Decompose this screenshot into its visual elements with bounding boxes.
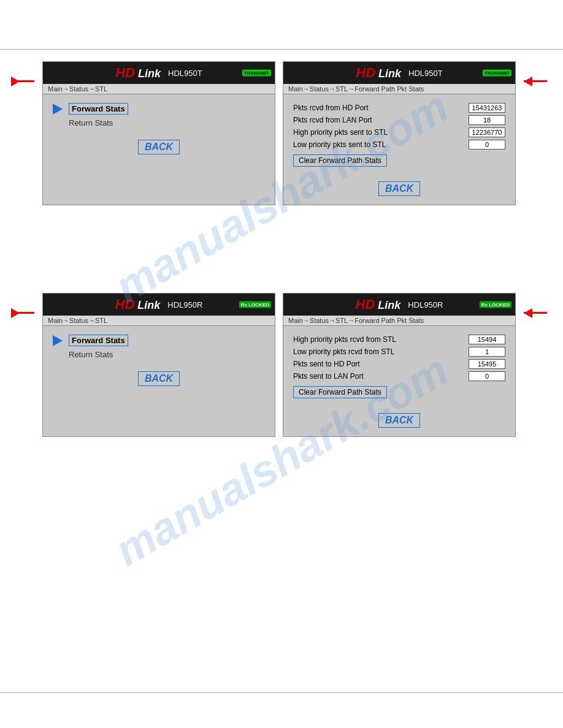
model-label-r: HDL950T <box>408 69 443 78</box>
stats-label-r2-2: Pkts sent to HD Port <box>293 360 360 368</box>
menu-arrow-icon-2 <box>53 335 63 346</box>
model-label: HDL950T <box>168 69 202 78</box>
stats-row-r2-2: Pkts sent to HD Port 15495 <box>293 359 505 369</box>
back-button-r2[interactable]: BACK <box>378 413 420 428</box>
hd-logo-r2: HD Link <box>356 297 401 313</box>
return-stats-label-2: Return Stats <box>69 350 113 359</box>
row2-right-header: HD Link HDL950R Rx LOCKED <box>283 294 515 316</box>
stats-label-3: Low priority pkts sent to STL <box>293 140 386 149</box>
stats-row-3: Low priority pkts sent to STL 0 <box>293 140 505 150</box>
hd-logo: HD Link <box>115 65 161 81</box>
rx-locked-badge-r: Rx LOCKED <box>480 301 511 308</box>
stats-row-2: High priority pkts sent to STL 12236770 <box>293 127 505 137</box>
clear-btn-container: Clear Forward Path Stats <box>293 152 505 169</box>
arrow-right-row1 <box>524 80 547 82</box>
arrow-head-right-2 <box>524 308 532 318</box>
row1-left-body: Forward Stats Return Stats BACK <box>43 94 275 192</box>
stats-value-r2-0: 15494 <box>469 335 505 344</box>
return-stats-label: Return Stats <box>69 118 113 127</box>
row2-right-breadcrumb: Main→Status→STL→Forward Path Pkt Stats <box>283 316 515 326</box>
clear-forward-path-stats-button-r2[interactable]: Clear Forward Path Stats <box>293 386 387 398</box>
stats-label-2: High priority pkts sent to STL <box>293 128 388 137</box>
arrow-left-row1 <box>11 80 34 82</box>
back-container: BACK <box>53 134 265 154</box>
bottom-rule <box>0 692 563 693</box>
row1-right-breadcrumb: Main→Status→STL→Forward Path Pkt Stats <box>283 84 515 94</box>
stats-label-1: Pkts rcvd from LAN Port <box>293 116 372 124</box>
stats-label-0: Pkts rcvd from HD Port <box>293 104 369 112</box>
row1-left-header: HD Link HDL950T TRANSMIT <box>43 62 275 84</box>
stats-value-r2-3: 0 <box>469 371 505 381</box>
arrow-left-row2 <box>11 312 34 314</box>
stats-row-1: Pkts rcvd from LAN Port 18 <box>293 115 505 125</box>
transmit-badge: TRANSMIT <box>242 70 271 77</box>
back-container-2: BACK <box>53 365 265 386</box>
arrow-head-left <box>11 77 20 86</box>
stats-row-r2-3: Pkts sent to LAN Port 0 <box>293 371 505 381</box>
stats-value-0: 15431263 <box>469 103 505 113</box>
clear-btn-container-r2: Clear Forward Path Stats <box>293 384 505 401</box>
hd-logo-2: HD Link <box>115 297 161 313</box>
back-container-r2: BACK <box>293 407 505 428</box>
row2-left-header: HD Link HDL950R Rx LOCKED <box>43 294 275 316</box>
row2-right-panel: HD Link HDL950R Rx LOCKED Main→Status→ST… <box>283 293 516 437</box>
menu-item-return-stats-2[interactable]: Return Stats <box>69 350 265 359</box>
clear-forward-path-stats-button[interactable]: Clear Forward Path Stats <box>293 154 387 167</box>
model-label-r2: HDL950R <box>408 300 443 309</box>
stats-value-1: 18 <box>469 115 505 125</box>
row2-left-panel: HD Link HDL950R Rx LOCKED Main→Status→ST… <box>42 293 275 437</box>
stats-label-r2-0: High priority pkts rcvd from STL <box>293 335 396 344</box>
stats-value-r2-2: 15495 <box>469 359 505 369</box>
top-rule <box>0 49 563 50</box>
stats-value-r2-1: 1 <box>469 347 505 357</box>
arrow-head-left-2 <box>11 308 20 318</box>
row2-left-body: Forward Stats Return Stats BACK <box>43 326 275 424</box>
stats-value-3: 0 <box>469 140 505 150</box>
menu-item-return-stats[interactable]: Return Stats <box>69 118 265 127</box>
row1-left-panel: HD Link HDL950T TRANSMIT Main→Status→STL… <box>42 61 275 205</box>
stats-label-r2-3: Pkts sent to LAN Port <box>293 372 364 381</box>
menu-arrow-icon <box>53 104 63 115</box>
back-button-r[interactable]: BACK <box>378 181 420 196</box>
row1-right-header: HD Link HDL950T TRANSMIT <box>283 62 515 84</box>
rx-locked-badge: Rx LOCKED <box>239 301 271 308</box>
row2-left-breadcrumb: Main→Status→STL <box>43 316 275 326</box>
row2-right-body: High priority pkts rcvd from STL 15494 L… <box>283 326 515 436</box>
back-button-2[interactable]: BACK <box>138 371 180 386</box>
stats-row-0: Pkts rcvd from HD Port 15431263 <box>293 103 505 113</box>
stats-value-2: 12236770 <box>469 127 505 137</box>
row1-right-body: Pkts rcvd from HD Port 15431263 Pkts rcv… <box>283 94 515 205</box>
row1-right-panel: HD Link HDL950T TRANSMIT Main→Status→STL… <box>283 61 516 205</box>
row1-panels: HD Link HDL950T TRANSMIT Main→Status→STL… <box>42 61 521 205</box>
arrow-right-row2 <box>524 312 547 314</box>
forward-stats-label[interactable]: Forward Stats <box>69 103 128 115</box>
stats-label-r2-1: Low priority pkts rcvd from STL <box>293 347 394 356</box>
model-label-2: HDL950R <box>167 300 202 309</box>
forward-stats-label-2[interactable]: Forward Stats <box>69 335 128 346</box>
arrow-head-right <box>524 77 532 86</box>
menu-item-forward-stats-2[interactable]: Forward Stats <box>53 335 265 346</box>
hd-logo-r: HD Link <box>356 65 401 81</box>
row1-left-breadcrumb: Main→Status→STL <box>43 84 275 94</box>
stats-row-r2-1: Low priority pkts rcvd from STL 1 <box>293 347 505 357</box>
back-container-r: BACK <box>293 175 505 196</box>
transmit-badge-r: TRANSMIT <box>483 70 511 77</box>
stats-row-r2-0: High priority pkts rcvd from STL 15494 <box>293 335 505 344</box>
row2-panels: HD Link HDL950R Rx LOCKED Main→Status→ST… <box>42 293 521 437</box>
menu-item-forward-stats[interactable]: Forward Stats <box>53 103 265 115</box>
back-button[interactable]: BACK <box>138 140 180 154</box>
